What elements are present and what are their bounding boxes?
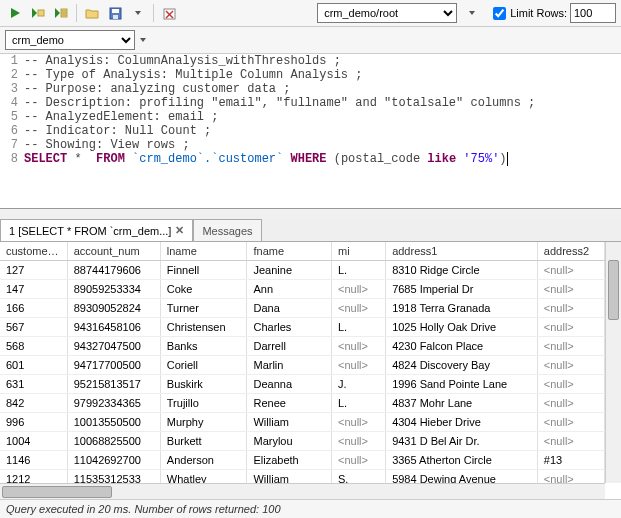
table-cell: Dana xyxy=(247,299,332,318)
table-cell: Buskirk xyxy=(160,375,247,394)
editor-line[interactable]: 4-- Description: profiling "email", "ful… xyxy=(0,96,621,110)
tab-results-label: 1 [SELECT * FROM `crm_dem...] xyxy=(9,225,171,237)
table-row[interactable]: 56794316458106ChristensenCharlesL.1025 H… xyxy=(0,318,605,337)
limit-rows-checkbox[interactable] xyxy=(493,7,506,20)
table-cell: <null> xyxy=(537,280,604,299)
open-button[interactable] xyxy=(82,3,102,23)
table-row[interactable]: 63195215813517BuskirkDeannaJ.1996 Sand P… xyxy=(0,375,605,394)
editor-line[interactable]: 7-- Showing: View rows ; xyxy=(0,138,621,152)
save-button[interactable] xyxy=(105,3,125,23)
table-cell: 9431 D Bel Air Dr. xyxy=(386,432,538,451)
editor-line[interactable]: 8SELECT * FROM `crm_demo`.`customer` WHE… xyxy=(0,152,621,166)
sql-editor[interactable]: 1-- Analysis: ColumnAnalysis_withThresho… xyxy=(0,54,621,209)
tab-messages[interactable]: Messages xyxy=(193,219,261,241)
table-row[interactable]: 121211535312533WhatleyWilliamS.5984 Dewi… xyxy=(0,470,605,484)
horizontal-scrollbar[interactable] xyxy=(0,483,605,499)
limit-rows-input[interactable] xyxy=(570,3,616,23)
table-cell: L. xyxy=(331,318,385,337)
separator xyxy=(153,4,154,22)
table-cell: #13 xyxy=(537,451,604,470)
schema-dropdown-button[interactable] xyxy=(462,3,482,23)
run-step-button[interactable] xyxy=(28,3,48,23)
editor-line[interactable]: 6-- Indicator: Null Count ; xyxy=(0,124,621,138)
table-cell: Marylou xyxy=(247,432,332,451)
table-row[interactable]: 114611042692700AndersonElizabeth<null>33… xyxy=(0,451,605,470)
table-row[interactable]: 16689309052824TurnerDana<null>1918 Terra… xyxy=(0,299,605,318)
code-text: -- Description: profiling "email", "full… xyxy=(24,96,541,110)
table-cell: Turner xyxy=(160,299,247,318)
close-icon[interactable]: ✕ xyxy=(175,224,184,237)
column-header[interactable]: fname xyxy=(247,242,332,261)
table-cell: <null> xyxy=(331,337,385,356)
table-cell: 94316458106 xyxy=(67,318,160,337)
table-cell: <null> xyxy=(537,356,604,375)
column-header[interactable]: account_num xyxy=(67,242,160,261)
table-row[interactable]: 60194717700500CoriellMarlin<null>4824 Di… xyxy=(0,356,605,375)
column-header[interactable]: customer_id xyxy=(0,242,67,261)
table-cell: 4230 Falcon Place xyxy=(386,337,538,356)
table-cell: Whatley xyxy=(160,470,247,484)
db-dropdown-button[interactable] xyxy=(139,34,147,46)
table-cell: J. xyxy=(331,375,385,394)
line-number: 5 xyxy=(0,110,24,124)
column-header[interactable]: address1 xyxy=(386,242,538,261)
table-cell: Banks xyxy=(160,337,247,356)
grid-wrap: customer_idaccount_numlnamefnamemiaddres… xyxy=(0,242,621,499)
table-row[interactable]: 14789059253334CokeAnn<null>7685 Imperial… xyxy=(0,280,605,299)
table-row[interactable]: 99610013550500MurphyWilliam<null>4304 Hi… xyxy=(0,413,605,432)
table-cell: <null> xyxy=(331,356,385,375)
table-cell: 89059253334 xyxy=(67,280,160,299)
schema-combo[interactable]: crm_demo/root xyxy=(317,3,457,23)
limit-rows-wrap: Limit Rows: xyxy=(493,7,567,20)
table-cell: 4304 Hieber Drive xyxy=(386,413,538,432)
table-cell: 1996 Sand Pointe Lane xyxy=(386,375,538,394)
svg-marker-15 xyxy=(140,38,146,42)
table-cell: 94717700500 xyxy=(67,356,160,375)
table-cell: 1025 Holly Oak Drive xyxy=(386,318,538,337)
table-cell: Anderson xyxy=(160,451,247,470)
svg-marker-0 xyxy=(11,8,20,18)
clear-button[interactable] xyxy=(159,3,179,23)
table-cell: 1004 xyxy=(0,432,67,451)
column-header[interactable]: lname xyxy=(160,242,247,261)
separator xyxy=(76,4,77,22)
run-button[interactable] xyxy=(5,3,25,23)
table-row[interactable]: 56894327047500BanksDarrell<null>4230 Fal… xyxy=(0,337,605,356)
svg-marker-10 xyxy=(135,11,141,15)
database-combo[interactable]: crm_demo xyxy=(5,30,135,50)
vertical-scrollbar[interactable] xyxy=(605,242,621,483)
table-cell: Coke xyxy=(160,280,247,299)
table-cell: Elizabeth xyxy=(247,451,332,470)
table-cell: 8310 Ridge Circle xyxy=(386,261,538,280)
table-cell: 842 xyxy=(0,394,67,413)
limit-rows-label: Limit Rows: xyxy=(510,7,567,19)
column-header[interactable]: mi xyxy=(331,242,385,261)
svg-marker-1 xyxy=(32,8,37,18)
tab-results[interactable]: 1 [SELECT * FROM `crm_dem...] ✕ xyxy=(0,219,193,241)
column-header[interactable]: address2 xyxy=(537,242,604,261)
run-history-button[interactable] xyxy=(51,3,71,23)
table-cell: 1918 Terra Granada xyxy=(386,299,538,318)
editor-line[interactable]: 2-- Type of Analysis: Multiple Column An… xyxy=(0,68,621,82)
editor-line[interactable]: 5-- AnalyzedElement: email ; xyxy=(0,110,621,124)
scrollbar-thumb[interactable] xyxy=(2,486,112,498)
table-cell: Finnell xyxy=(160,261,247,280)
svg-marker-14 xyxy=(469,11,475,15)
scrollbar-thumb[interactable] xyxy=(608,260,619,320)
table-cell: 11535312533 xyxy=(67,470,160,484)
table-row[interactable]: 12788744179606FinnellJeanineL.8310 Ridge… xyxy=(0,261,605,280)
table-cell: 127 xyxy=(0,261,67,280)
table-row[interactable]: 84297992334365TrujilloReneeL.4837 Mohr L… xyxy=(0,394,605,413)
table-row[interactable]: 100410068825500BurkettMarylou<null>9431 … xyxy=(0,432,605,451)
table-cell: William xyxy=(247,470,332,484)
editor-line[interactable]: 3-- Purpose: analyzing customer data ; xyxy=(0,82,621,96)
table-cell: 1212 xyxy=(0,470,67,484)
svg-rect-2 xyxy=(38,10,44,16)
line-number: 6 xyxy=(0,124,24,138)
table-cell: 5984 Dewing Avenue xyxy=(386,470,538,484)
line-number: 3 xyxy=(0,82,24,96)
table-cell: <null> xyxy=(331,432,385,451)
editor-line[interactable]: 1-- Analysis: ColumnAnalysis_withThresho… xyxy=(0,54,621,68)
table-cell: 94327047500 xyxy=(67,337,160,356)
save-dropdown-button[interactable] xyxy=(128,3,148,23)
